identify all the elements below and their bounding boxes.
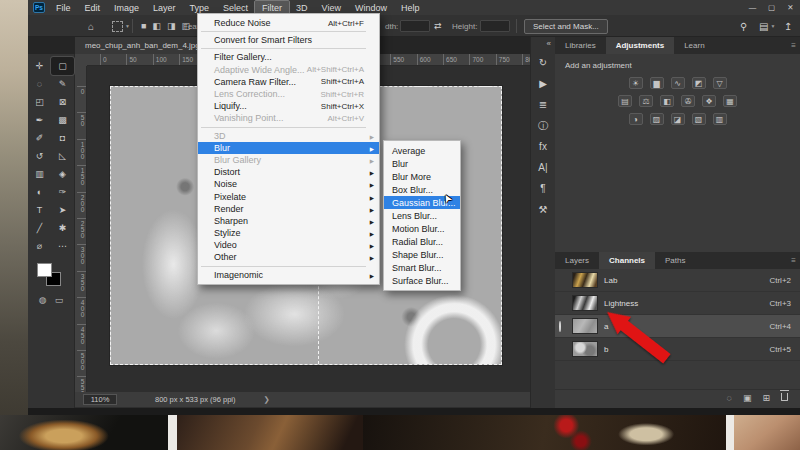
panel-menu-icon[interactable]: ≡ [791,41,796,50]
zoom-tool[interactable]: ⌀ [28,237,51,255]
quick-mask-icon[interactable]: ◍ [39,295,47,305]
select-and-mask-button[interactable]: Select and Mask... [524,19,608,34]
filter-menu-item[interactable]: Stylize [198,227,379,239]
close-button[interactable]: ✕ [781,3,800,12]
filter-menu-item[interactable]: Imagenomic [198,269,379,281]
crop-tool[interactable]: ◰ [28,93,51,111]
more-tools[interactable]: ⋯ [51,237,74,255]
blur-submenu-item[interactable]: Radial Blur... [384,235,460,248]
brush-tool[interactable]: ✐ [28,129,51,147]
lasso-tool[interactable]: ◌ [28,75,51,93]
workspace-icon[interactable]: ▤ [759,21,768,32]
foreground-color-swatch[interactable] [37,263,52,277]
panel-tab[interactable]: Adjustments [606,37,674,54]
visibility-eye-icon[interactable] [559,321,561,332]
curves-icon[interactable]: ∿ [671,77,685,89]
filter-menu-item[interactable]: Adaptive Wide Angle... Alt+Shift+Ctrl+A [198,64,379,76]
filter-menu-item[interactable]: Reduce Noise Alt+Ctrl+F [198,17,379,29]
panel-tab[interactable]: Paths [655,252,695,269]
share-icon[interactable]: ↥ [784,21,792,32]
panel-tab[interactable]: Learn [674,37,714,54]
blur-submenu-item[interactable]: Lens Blur... [384,209,460,222]
paragraph-panel-icon[interactable]: ¶ [534,180,553,197]
exposure-icon[interactable]: ◩ [692,77,706,89]
load-selection-icon[interactable]: ◌ [727,393,732,403]
blur-submenu-item[interactable]: Shape Blur... [384,248,460,261]
blur-submenu-item[interactable]: Motion Blur... [384,222,460,235]
filter-menu-item[interactable]: Sharpen [198,215,379,227]
new-channel-icon[interactable]: ⊞ [762,393,770,403]
levels-icon[interactable]: ▆ [650,77,664,89]
active-tool-icon[interactable] [112,21,123,32]
dodge-tool[interactable]: ◐ [28,183,51,201]
swap-dimensions-icon[interactable]: ⇄ [434,21,442,31]
panel-tab[interactable]: Channels [599,252,655,269]
menu-bar-item[interactable]: File [49,1,78,14]
path-selection-tool[interactable]: ➤ [51,201,74,219]
color-lookup-icon[interactable]: ▦ [723,95,737,107]
hand-tool[interactable]: ✱ [51,219,74,237]
line-tool[interactable]: ╱ [28,219,51,237]
filter-menu-item[interactable]: Camera Raw Filter... Shift+Ctrl+A [198,76,379,88]
quick-selection-tool[interactable]: ✎ [51,75,74,93]
blur-submenu-item[interactable]: Surface Blur... [384,274,460,287]
blur-submenu-item[interactable]: Blur More [384,170,460,183]
posterize-icon[interactable]: ▨ [650,113,664,125]
filter-menu-item[interactable]: Convert for Smart Filters [198,34,379,46]
menu-bar-item[interactable]: Help [394,1,427,14]
type-tool[interactable]: T [28,201,51,219]
blur-tool[interactable]: ◈ [51,165,74,183]
invert-icon[interactable]: ◑ [629,113,643,125]
eraser-tool[interactable]: ◺ [51,147,74,165]
Lightness[interactable]: Lightness Ctrl+3 [555,292,800,315]
height-input[interactable] [480,20,510,32]
character-panel-icon[interactable]: A| [534,159,553,176]
healing-brush-tool[interactable]: ▩ [51,111,74,129]
chevron-down-icon[interactable]: ▼ [125,23,130,29]
rectangular-marquee-tool[interactable]: ▢ [51,57,74,75]
filter-menu-item[interactable]: Other [198,251,379,263]
menu-bar-item[interactable]: Image [107,1,146,14]
filter-menu-item[interactable]: Pixelate [198,190,379,202]
screen-mode-icon[interactable]: ▭ [55,295,64,305]
actions-panel-icon[interactable]: ▶ [534,75,553,92]
brightness-contrast-icon[interactable]: ☀ [629,77,643,89]
b[interactable]: b Ctrl+5 [555,338,800,361]
width-input[interactable] [400,20,430,32]
selective-color-icon[interactable]: ▥ [713,113,727,125]
hue-saturation-icon[interactable]: ▤ [618,95,632,107]
clone-stamp-tool[interactable]: ◘ [51,129,74,147]
panel-tab[interactable]: Layers [555,252,599,269]
add-to-selection-icon[interactable]: ◧ [152,21,161,31]
history-panel-icon[interactable]: ↻ [534,54,553,71]
chevron-down-icon[interactable]: ▼ [770,23,775,29]
zoom-level-input[interactable]: 110% [83,394,117,405]
move-tool[interactable]: ✛ [28,57,51,75]
filter-menu-item[interactable]: Distort [198,166,379,178]
filter-menu-item[interactable]: 3D [198,130,379,142]
filter-menu-item[interactable]: Liquify... Shift+Ctrl+X [198,100,379,112]
menu-bar-item[interactable]: Edit [78,1,108,14]
filter-menu-item[interactable]: Video [198,239,379,251]
menu-bar-item[interactable]: Layer [146,1,183,14]
panel-tab[interactable]: Libraries [555,37,606,54]
threshold-icon[interactable]: ◪ [671,113,685,125]
vibrance-icon[interactable]: ▽ [713,77,727,89]
pen-tool[interactable]: ✑ [51,183,74,201]
filter-menu-item[interactable]: Blur [198,142,379,154]
subtract-from-selection-icon[interactable]: ◨ [167,21,176,31]
filter-menu-item[interactable]: Vanishing Point... Alt+Ctrl+V [198,112,379,124]
blur-submenu-item[interactable]: Average [384,144,460,157]
restore-button[interactable]: ▢ [762,3,781,12]
blur-submenu-item[interactable]: Blur [384,157,460,170]
history-brush-tool[interactable]: ↺ [28,147,51,165]
collapse-panels-icon[interactable]: « [547,39,551,48]
gradient-map-icon[interactable]: ▧ [692,113,706,125]
styles-panel-icon[interactable]: fx [534,138,553,155]
frame-tool[interactable]: ⊠ [51,93,74,111]
tool-presets-panel-icon[interactable]: ≣ [534,96,553,113]
tools-panel-icon[interactable]: ⚒ [534,201,553,218]
channel-mixer-icon[interactable]: ❖ [702,95,716,107]
filter-menu-item[interactable]: Filter Gallery... [198,51,379,63]
eyedropper-tool[interactable]: ✒ [28,111,51,129]
